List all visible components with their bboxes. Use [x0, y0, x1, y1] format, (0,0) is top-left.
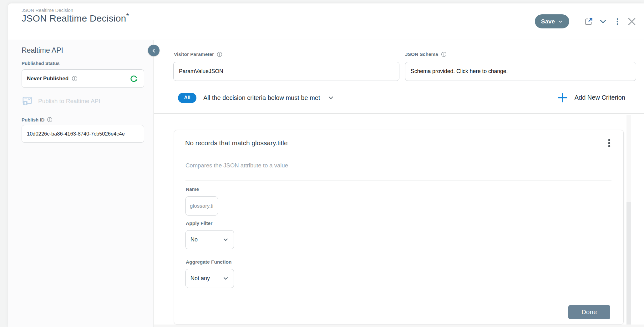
visitor-parameter-input[interactable] — [173, 62, 399, 81]
save-button-label: Save — [541, 18, 555, 25]
visitor-parameter-label-text: Visitor Parameter — [174, 52, 214, 57]
apply-filter-label: Apply Filter — [186, 220, 212, 226]
published-status-label: Published Status — [22, 61, 60, 66]
plus-icon — [557, 92, 568, 103]
json-schema-label-text: JSON Schema — [405, 52, 438, 57]
refresh-status-icon[interactable] — [129, 74, 139, 84]
apply-filter-value: No — [190, 236, 198, 243]
criteria-section-divider — [154, 113, 644, 114]
sidebar: Realtime API Published Status Never Publ… — [8, 40, 154, 327]
header-actions: Save — [535, 3, 639, 39]
criterion-description: Compares the JSON attribute to a value — [185, 162, 288, 169]
json-schema-label: JSON Schema — [405, 52, 447, 57]
criteria-rule-description: All the decision criteria below must be … — [203, 94, 320, 102]
publish-id-label-text: Publish ID — [22, 117, 44, 122]
add-new-criterion-button[interactable]: Add New Criterion — [557, 91, 625, 104]
visitor-parameter-label: Visitor Parameter — [174, 52, 222, 57]
header: JSON Realtime Decision JSON Realtime Dec… — [8, 3, 644, 39]
kebab-menu-icon[interactable] — [610, 14, 625, 29]
publish-icon — [22, 96, 33, 107]
publish-id-label: Publish ID — [22, 117, 53, 122]
criteria-rule-badge: All — [178, 93, 196, 103]
name-input[interactable] — [185, 196, 218, 216]
open-in-new-icon[interactable] — [581, 14, 596, 29]
published-status-value: Never Published — [27, 76, 68, 82]
page-background: JSON Realtime Decision JSON Realtime Dec… — [0, 0, 644, 327]
scrollbar-thumb[interactable] — [626, 202, 631, 327]
criterion-title: No records that match glossary.title — [185, 139, 288, 147]
criterion-card-header: No records that match glossary.title — [174, 130, 623, 156]
publish-to-realtime-api-label: Publish to Realtime API — [38, 98, 100, 105]
chevron-down-icon — [222, 236, 229, 243]
breadcrumb: JSON Realtime Decision — [22, 7, 73, 13]
criteria-rule-selector[interactable]: All All the decision criteria below must… — [178, 92, 335, 103]
sidebar-collapse-button[interactable] — [148, 45, 160, 56]
scrollbar-track[interactable] — [626, 115, 631, 327]
criterion-kebab-menu-icon[interactable] — [603, 136, 616, 150]
page-title-text: JSON Realtime Decision — [22, 13, 126, 23]
published-status-box: Never Published — [22, 69, 144, 88]
aggregate-function-label: Aggregate Function — [186, 259, 231, 265]
info-icon[interactable] — [217, 52, 222, 57]
aggregate-function-select[interactable]: Not any — [185, 269, 234, 288]
page-title: JSON Realtime Decision* — [22, 13, 129, 24]
info-icon[interactable] — [47, 117, 53, 122]
chevron-down-icon[interactable] — [596, 14, 610, 29]
published-status-label-text: Published Status — [22, 61, 60, 66]
close-icon[interactable] — [625, 14, 639, 29]
app-window: JSON Realtime Decision JSON Realtime Dec… — [8, 3, 644, 327]
info-icon[interactable] — [72, 76, 78, 82]
publish-id-field[interactable] — [22, 125, 144, 143]
main-content: Visitor Parameter JSON Schema All All th… — [154, 40, 644, 327]
add-new-criterion-label: Add New Criterion — [575, 94, 625, 101]
save-button[interactable]: Save — [535, 14, 569, 28]
unsaved-indicator: * — [126, 12, 129, 20]
body: Realtime API Published Status Never Publ… — [8, 40, 644, 327]
apply-filter-select[interactable]: No — [185, 230, 234, 249]
criterion-divider-top — [185, 180, 611, 181]
sidebar-title: Realtime API — [22, 46, 63, 55]
chevron-left-icon — [151, 48, 157, 53]
chevron-down-icon — [222, 275, 229, 282]
publish-to-realtime-api-button[interactable]: Publish to Realtime API — [22, 96, 100, 107]
name-label: Name — [186, 186, 199, 192]
done-button[interactable]: Done — [568, 305, 610, 319]
save-chevron-icon — [558, 19, 563, 24]
header-vertical-divider — [577, 12, 577, 31]
criterion-divider-bottom — [185, 297, 611, 297]
json-schema-input[interactable] — [405, 62, 636, 81]
info-icon[interactable] — [441, 52, 447, 57]
criterion-card: No records that match glossary.title Com… — [174, 130, 624, 325]
chevron-down-icon — [327, 94, 335, 102]
aggregate-function-value: Not any — [190, 275, 210, 282]
scroll-area-bottom-gap — [154, 325, 644, 327]
